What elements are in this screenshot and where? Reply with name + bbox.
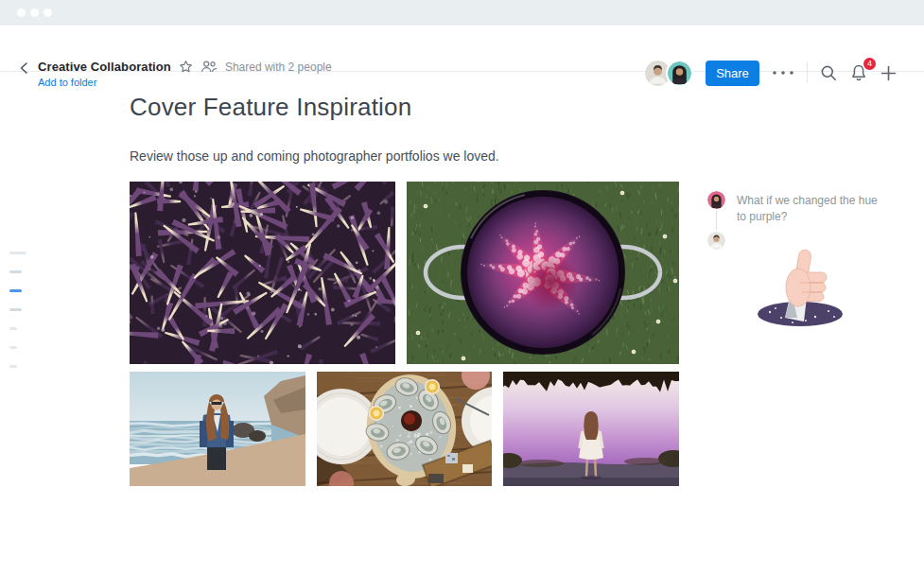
avatar[interactable] [707,191,725,209]
outline-line[interactable] [9,252,26,254]
thumbs-up-sticker[interactable] [747,244,849,335]
document-title: Creative Collaboration [38,60,171,74]
comment-text[interactable]: What if we changed the hue to purple? [737,193,880,226]
document-title-block: Creative Collaboration Shared with 2 peo… [38,60,332,88]
outline-line[interactable] [9,270,22,273]
new-doc-button[interactable] [880,65,897,81]
collaborator-avatars [645,60,693,87]
more-options-button[interactable] [772,70,794,76]
app-header: Creative Collaboration Shared with 2 peo… [0,26,924,72]
window-controls [17,9,52,17]
shared-status-label: Shared with 2 people [225,61,332,74]
shared-people-button[interactable] [200,61,218,73]
window-titlebar [0,0,924,26]
image-grid-row-2 [130,372,679,486]
window-dot-icon [44,9,52,17]
window-dot-icon [17,9,26,17]
share-button[interactable]: Share [706,61,759,86]
plus-icon [880,65,897,81]
avatar[interactable] [707,232,725,250]
outline-line[interactable] [9,327,17,330]
app-window: Creative Collaboration Shared with 2 peo… [0,0,924,574]
favorite-star-button[interactable] [179,60,193,74]
image-purple-sunset[interactable] [503,372,679,486]
ellipsis-icon [772,70,794,76]
notifications-button[interactable]: 4 [849,63,868,82]
search-button[interactable] [820,64,837,81]
document-outline [9,252,26,384]
image-beach-portrait[interactable] [130,372,305,486]
image-sea-urchins[interactable] [130,182,395,364]
back-button[interactable] [17,61,32,76]
page-title[interactable]: Cover Feature Inspiration [130,93,411,122]
chevron-left-icon [17,61,32,76]
image-oyster-table[interactable] [317,372,492,486]
image-octopus-pot[interactable] [407,182,679,364]
search-icon [820,64,837,81]
outline-line[interactable] [9,346,17,349]
notification-badge: 4 [863,58,876,70]
outline-line[interactable] [9,289,22,292]
window-dot-icon [30,9,39,17]
header-divider [807,62,808,83]
star-icon [179,60,193,74]
people-icon [200,61,218,73]
comment-connector-line [716,211,717,230]
image-grid-row-1 [130,182,679,364]
avatar[interactable] [666,60,693,87]
outline-line[interactable] [9,308,22,311]
intro-paragraph[interactable]: Review those up and coming photographer … [130,148,499,164]
add-to-folder-link[interactable]: Add to folder [38,77,332,88]
outline-line[interactable] [9,365,17,368]
header-actions: Share 4 [645,60,897,86]
